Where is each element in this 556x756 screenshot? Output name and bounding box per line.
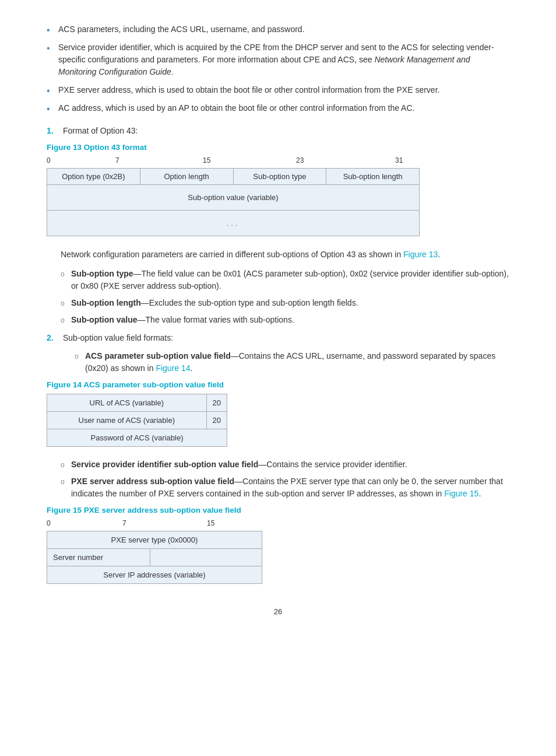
sub-bullet-list-fig13: Sub-option type—The field value can be 0… <box>61 268 509 326</box>
ruler15-0: 0 <box>47 519 51 527</box>
sub-bullet-subtype-bold: Sub-option type <box>71 269 133 278</box>
fig13-row1: Option type (0x2B) Option length Sub-opt… <box>47 169 420 185</box>
ruler-0: 0 <box>47 156 51 164</box>
figure-14-title: Figure 14 ACS parameter sub-option value… <box>47 380 509 389</box>
page-number: 26 <box>47 607 509 616</box>
figure-15-ruler: 0 7 15 <box>47 519 262 530</box>
fig14-row1: URL of ACS (variable) 20 <box>47 394 227 412</box>
sub-bullet-sublength: Sub-option length—Excludes the sub-optio… <box>61 297 509 309</box>
fig13-cell-length: Option length <box>140 169 233 185</box>
numbered-item-1-num: 1. <box>47 125 61 137</box>
bullet-text-3: PXE server address, which is used to obt… <box>58 85 439 94</box>
fig15-row3: Server IP addresses (variable) <box>47 566 262 584</box>
fig15-cell-serverip: Server IP addresses (variable) <box>47 566 262 584</box>
numbered-item-1: 1. Format of Option 43: <box>47 125 509 137</box>
ruler-15: 15 <box>203 156 210 164</box>
sub-bullet-service-rest: —Contains the service provider identifie… <box>258 460 407 469</box>
fig13-cell-variable: Sub-option value (variable) <box>47 185 420 211</box>
fig14-cell-username: User name of ACS (variable) <box>47 412 207 429</box>
fig15-cell-servernum: Server number <box>47 549 150 566</box>
fig14-cell-url-right: 20 <box>206 394 227 412</box>
sub-bullet-subvalue: Sub-option value—The value format varies… <box>61 314 509 326</box>
figure-15-container: 0 7 15 PXE server type (0x0000) Server n… <box>47 519 509 584</box>
sub-bullet-service: Service provider identifier sub-option v… <box>61 459 509 471</box>
fig13-cell-type: Option type (0x2B) <box>47 169 140 185</box>
ruler15-7: 7 <box>122 519 126 527</box>
fig14-link[interactable]: Figure 14 <box>156 363 190 373</box>
para-figure13: Network configuration parameters are car… <box>61 248 509 261</box>
ruler-23: 23 <box>296 156 304 164</box>
sub-bullet-subtype: Sub-option type—The field value can be 0… <box>61 268 509 292</box>
fig14-row2: User name of ACS (variable) 20 <box>47 412 227 429</box>
sub-bullet-service-bold: Service provider identifier sub-option v… <box>71 460 258 469</box>
sub-bullet-subvalue-bold: Sub-option value <box>71 315 138 324</box>
fig15-cell-servernum-right <box>150 549 262 566</box>
figure-13-table: Option type (0x2B) Option length Sub-opt… <box>47 168 420 236</box>
ruler-7: 7 <box>115 156 119 164</box>
figure-13-title: Figure 13 Option 43 format <box>47 143 509 152</box>
bullet-item-2: Service provider identifier, which is ac… <box>47 41 509 78</box>
sub-bullet-sublength-rest: —Excludes the sub-option type and sub-op… <box>141 298 358 307</box>
numbered-item-2-num: 2. <box>47 332 61 344</box>
fig15-row2: Server number <box>47 549 262 566</box>
numbered-item-2: 2. Sub-option value field formats: <box>47 332 509 344</box>
intro-bullet-list: ACS parameters, including the ACS URL, u… <box>47 23 509 114</box>
sub-bullet-acs-bold: ACS parameter sub-option value field <box>85 351 231 360</box>
bullet-text-2c: . <box>171 67 174 76</box>
fig13-row2: Sub-option value (variable) <box>47 185 420 211</box>
sub-bullet-list-more: Service provider identifier sub-option v… <box>61 459 509 500</box>
sub-bullet-pxe-bold: PXE server address sub-option value fiel… <box>71 477 234 486</box>
ruler-31: 31 <box>395 156 403 164</box>
figure-15-table: PXE server type (0x0000) Server number S… <box>47 531 262 584</box>
sub-bullet-acs: ACS parameter sub-option value field—Con… <box>75 350 509 374</box>
fig14-cell-password: Password of ACS (variable) <box>47 429 227 447</box>
figure-14-table: URL of ACS (variable) 20 User name of AC… <box>47 394 227 447</box>
figure-13-ruler: 0 7 15 23 31 <box>47 156 420 167</box>
para-fig13-text1: Network configuration parameters are car… <box>61 250 403 259</box>
numbered-item-1-text: Format of Option 43: <box>63 125 138 137</box>
bullet-item-4: AC address, which is used by an AP to ob… <box>47 102 509 114</box>
fig13-cell-ellipsis: ... <box>47 211 420 236</box>
para-fig13-text2: . <box>438 250 440 259</box>
fig13-link[interactable]: Figure 13 <box>403 250 438 259</box>
sub-bullet-subtype-rest: —The field value can be 0x01 (ACS parame… <box>71 269 509 290</box>
bullet-text-1: ACS parameters, including the ACS URL, u… <box>58 24 305 34</box>
sub-bullet-acs-text2: . <box>191 363 193 373</box>
fig13-row3: ... <box>47 211 420 236</box>
numbered-item-2-text: Sub-option value field formats: <box>63 332 173 344</box>
fig15-link[interactable]: Figure 15 <box>444 489 478 498</box>
sub-bullet-sublength-bold: Sub-option length <box>71 298 141 307</box>
fig13-cell-subtype: Sub-option type <box>233 169 326 185</box>
bullet-item-1: ACS parameters, including the ACS URL, u… <box>47 23 509 36</box>
bullet-text-4: AC address, which is used by an AP to ob… <box>58 103 414 113</box>
fig14-cell-url: URL of ACS (variable) <box>47 394 207 412</box>
figure-14-container: URL of ACS (variable) 20 User name of AC… <box>47 394 509 447</box>
sub-bullet-pxe: PXE server address sub-option value fiel… <box>61 475 509 500</box>
fig15-row1: PXE server type (0x0000) <box>47 531 262 549</box>
bullet-item-3: PXE server address, which is used to obt… <box>47 84 509 96</box>
fig14-row3: Password of ACS (variable) <box>47 429 227 447</box>
fig15-cell-type: PXE server type (0x0000) <box>47 531 262 549</box>
fig14-cell-username-right: 20 <box>206 412 227 429</box>
sub-bullet-pxe-text2: . <box>478 489 481 498</box>
ruler15-15: 15 <box>207 519 214 527</box>
figure-13-container: 0 7 15 23 31 Option type (0x2B) Option l… <box>47 156 509 236</box>
fig13-cell-sublength: Sub-option length <box>326 169 420 185</box>
sub-bullet-list-formats: ACS parameter sub-option value field—Con… <box>75 350 509 374</box>
sub-bullet-subvalue-rest: —The value format varies with sub-option… <box>138 315 294 324</box>
figure-15-title: Figure 15 PXE server address sub-option … <box>47 506 509 514</box>
